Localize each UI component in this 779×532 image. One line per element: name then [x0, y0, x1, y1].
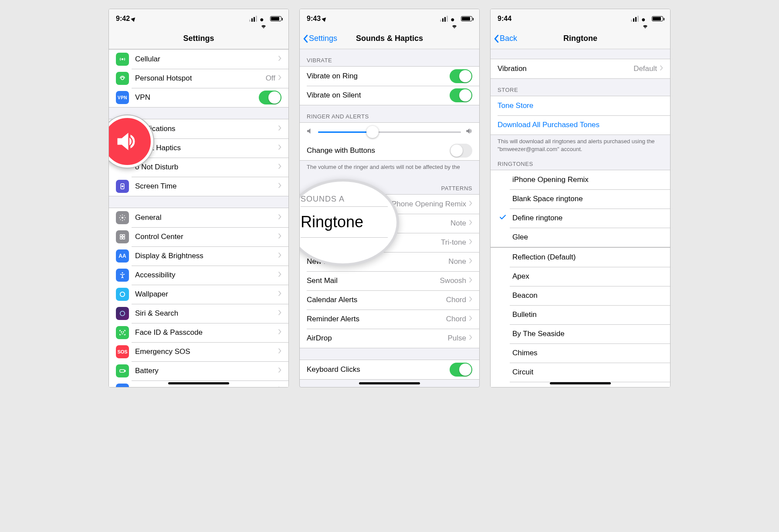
speaker-low-icon	[306, 127, 314, 137]
row-sent-mail[interactable]: Sent Mail Swoosh	[300, 271, 479, 290]
ringtone-row[interactable]: Apex	[491, 267, 670, 286]
faceid-icon	[116, 326, 129, 339]
row-tone-store[interactable]: Tone Store	[491, 96, 670, 115]
navbar: Settings	[109, 28, 288, 49]
keyboard-clicks-toggle[interactable]	[450, 363, 472, 377]
ringtone-row[interactable]: By The Seaside	[491, 324, 670, 343]
ringtone-list[interactable]: Vibration Default STORE Tone Store Downl…	[491, 49, 670, 387]
home-indicator[interactable]	[550, 382, 611, 384]
row-faceid[interactable]: Face ID & Passcode	[109, 323, 288, 342]
chevron-right-icon	[469, 277, 472, 285]
ringtone-row[interactable]: Define ringtone	[491, 209, 670, 228]
home-indicator[interactable]	[359, 382, 420, 384]
chevron-right-icon	[660, 65, 663, 73]
screentime-icon	[116, 180, 129, 193]
svg-point-11	[121, 332, 122, 333]
ringtone-label: Reflection (Default)	[512, 253, 663, 262]
ringtone-row[interactable]: iPhone Opening Remix	[491, 170, 670, 189]
location-icon	[131, 16, 136, 21]
ringtone-label: iPhone Opening Remix	[512, 175, 663, 184]
row-display[interactable]: AA Display & Brightness	[109, 246, 288, 266]
back-button[interactable]: Back	[494, 34, 517, 43]
chevron-right-icon	[278, 55, 281, 63]
vibrate-silent-toggle[interactable]	[450, 88, 472, 102]
svg-rect-13	[120, 370, 125, 372]
chevron-right-icon	[278, 163, 281, 171]
row-accessibility[interactable]: Accessibility	[109, 266, 288, 285]
wallpaper-icon	[116, 288, 129, 301]
row-vibrate-ring[interactable]: Vibrate on Ring	[300, 67, 479, 86]
screen-settings: 9:42 Settings Cellular Pers	[108, 9, 289, 387]
chevron-right-icon	[278, 214, 281, 222]
row-vibrate-silent[interactable]: Vibrate on Silent	[300, 86, 479, 105]
home-indicator[interactable]	[168, 382, 229, 384]
control-center-icon	[116, 230, 129, 243]
chevron-left-icon	[494, 35, 499, 43]
cell-signal-icon	[249, 16, 257, 22]
chevron-right-icon	[278, 290, 281, 298]
ringtone-value: iPhone Opening Remix	[390, 200, 466, 209]
chevron-right-icon	[278, 182, 281, 190]
row-wallpaper[interactable]: Wallpaper	[109, 285, 288, 304]
chevron-right-icon	[469, 200, 472, 208]
ringtone-row[interactable]: Glee	[491, 228, 670, 247]
row-vibration[interactable]: Vibration Default	[491, 59, 670, 78]
row-screen-time[interactable]: Screen Time	[109, 177, 288, 196]
screen-ringtone: 9:44 Back Ringtone Vibration Default STO…	[490, 9, 671, 387]
battery-icon	[461, 16, 472, 21]
callout-header: SOUNDS A	[301, 195, 388, 206]
svg-rect-4	[120, 235, 122, 237]
chevron-right-icon	[469, 258, 472, 266]
change-buttons-toggle[interactable]	[450, 144, 472, 158]
back-label: Back	[500, 34, 517, 43]
ringtone-row[interactable]: Circuit	[491, 363, 670, 382]
screen-sounds-haptics: 9:43 Settings Sounds & Haptics VIBRATE V…	[299, 9, 480, 387]
chevron-left-icon	[303, 35, 308, 43]
settings-list[interactable]: Cellular Personal Hotspot Off VPN VPN	[109, 49, 288, 387]
row-cellular[interactable]: Cellular	[109, 50, 288, 69]
ringtone-row[interactable]: Beacon	[491, 286, 670, 305]
vibrate-ring-toggle[interactable]	[450, 69, 472, 83]
chevron-right-icon	[278, 329, 281, 337]
cell-signal-icon	[631, 16, 639, 22]
ringtone-row[interactable]: Bulletin	[491, 305, 670, 324]
row-general[interactable]: General	[109, 208, 288, 227]
svg-rect-6	[120, 237, 122, 239]
voicemail-value: Tri-tone	[441, 238, 466, 247]
row-calendar-alerts[interactable]: Calendar Alerts Chord	[300, 290, 479, 310]
chevron-right-icon	[278, 252, 281, 260]
row-battery[interactable]: Battery	[109, 361, 288, 380]
siri-icon	[116, 307, 129, 320]
navbar: Settings Sounds & Haptics	[300, 28, 479, 49]
chevron-right-icon	[469, 315, 472, 323]
speaker-icon	[114, 128, 140, 155]
volume-track[interactable]	[318, 131, 461, 133]
row-vpn[interactable]: VPN VPN	[109, 88, 288, 107]
section-ringer: RINGER AND ALERTS	[300, 105, 479, 122]
row-sos[interactable]: SOS Emergency SOS	[109, 342, 288, 361]
row-reminder-alerts[interactable]: Reminder Alerts Chord	[300, 310, 479, 329]
row-download-all[interactable]: Download All Purchased Tones	[491, 115, 670, 135]
wifi-icon	[450, 16, 458, 22]
ringtone-label: Chimes	[512, 349, 663, 357]
row-siri[interactable]: Siri & Search	[109, 304, 288, 323]
vpn-toggle[interactable]	[259, 91, 281, 104]
row-change-buttons[interactable]: Change with Buttons	[300, 141, 479, 160]
page-title: Sounds & Haptics	[356, 34, 423, 43]
svg-point-10	[120, 311, 125, 316]
change-buttons-footer: The volume of the ringer and alerts will…	[300, 161, 479, 177]
ringtone-row[interactable]: Blank Space ringtone	[491, 189, 670, 209]
row-keyboard-clicks[interactable]: Keyboard Clicks	[300, 360, 479, 379]
navbar: Back Ringtone	[491, 28, 670, 49]
row-personal-hotspot[interactable]: Personal Hotspot Off	[109, 69, 288, 88]
general-icon	[116, 211, 129, 224]
ringtone-row[interactable]: Chimes	[491, 343, 670, 363]
svg-rect-14	[125, 370, 125, 372]
ringtone-label: Bulletin	[512, 310, 663, 319]
chevron-right-icon	[278, 233, 281, 241]
back-button[interactable]: Settings	[303, 34, 337, 43]
ringer-volume-slider[interactable]	[300, 123, 479, 141]
row-airdrop[interactable]: AirDrop Pulse	[300, 329, 479, 348]
ringtone-row[interactable]: Reflection (Default)	[491, 248, 670, 267]
row-control-center[interactable]: Control Center	[109, 227, 288, 246]
